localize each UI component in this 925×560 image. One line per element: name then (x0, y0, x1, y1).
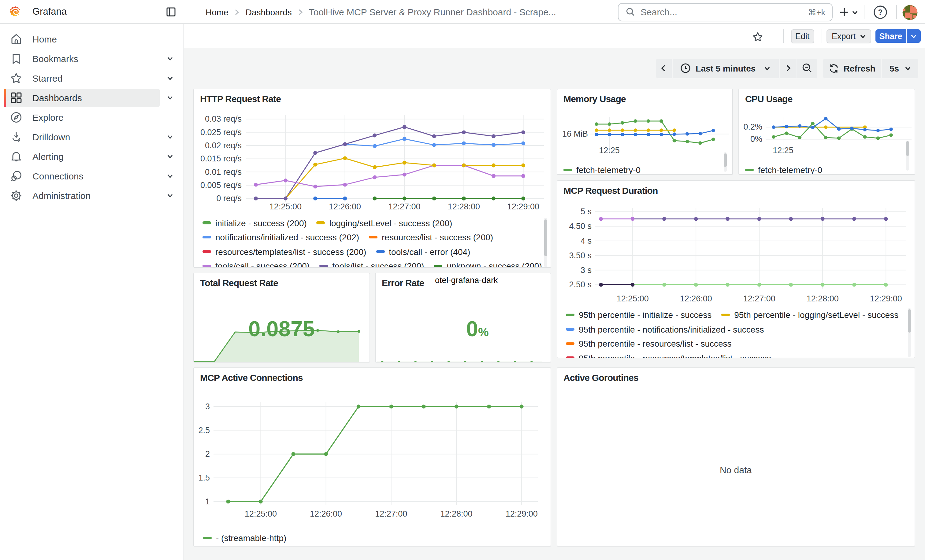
svg-text:12:25:00: 12:25:00 (617, 294, 649, 303)
svg-text:0%: 0% (750, 135, 762, 144)
svg-text:?: ? (878, 8, 883, 17)
svg-text:0.005 req/s: 0.005 req/s (200, 181, 242, 190)
svg-text:16 MiB: 16 MiB (562, 129, 588, 138)
svg-text:5 s: 5 s (581, 207, 592, 216)
svg-text:0.02 req/s: 0.02 req/s (205, 141, 242, 150)
svg-text:4 s: 4 s (581, 236, 592, 245)
svg-text:12:29:00: 12:29:00 (506, 510, 538, 519)
svg-text:0.2%: 0.2% (743, 122, 762, 131)
svg-text:0 req/s: 0 req/s (216, 194, 242, 203)
svg-text:12:27:00: 12:27:00 (388, 202, 420, 211)
svg-text:3: 3 (205, 402, 210, 411)
svg-text:12:25: 12:25 (599, 146, 620, 155)
svg-text:12:28:00: 12:28:00 (440, 510, 472, 519)
svg-text:12:29:00: 12:29:00 (870, 294, 902, 303)
svg-text:3 s: 3 s (581, 265, 592, 275)
svg-text:1: 1 (205, 497, 210, 506)
svg-text:12:26:00: 12:26:00 (680, 294, 712, 303)
svg-text:12:28:00: 12:28:00 (448, 202, 480, 211)
svg-text:12:25: 12:25 (773, 146, 794, 155)
svg-text:12:25:00: 12:25:00 (270, 202, 301, 211)
svg-text:0.025 req/s: 0.025 req/s (200, 128, 242, 137)
svg-text:12:25:00: 12:25:00 (245, 510, 277, 519)
svg-text:3.50 s: 3.50 s (569, 251, 592, 260)
svg-text:0.03 req/s: 0.03 req/s (205, 114, 242, 123)
svg-text:1.5: 1.5 (198, 473, 210, 483)
svg-text:12:27:00: 12:27:00 (375, 510, 407, 519)
svg-text:12:27:00: 12:27:00 (743, 294, 776, 303)
svg-text:2.50 s: 2.50 s (569, 280, 592, 289)
svg-text:12:29:00: 12:29:00 (507, 202, 539, 211)
svg-text:0.015 req/s: 0.015 req/s (200, 154, 242, 163)
svg-text:12:26:00: 12:26:00 (329, 202, 361, 211)
svg-text:12:26:00: 12:26:00 (310, 510, 342, 519)
svg-text:2: 2 (205, 450, 210, 459)
svg-text:0.01 req/s: 0.01 req/s (205, 168, 242, 177)
svg-text:2.5: 2.5 (198, 426, 210, 435)
svg-text:4.50 s: 4.50 s (569, 221, 592, 230)
svg-text:12:28:00: 12:28:00 (807, 294, 839, 303)
